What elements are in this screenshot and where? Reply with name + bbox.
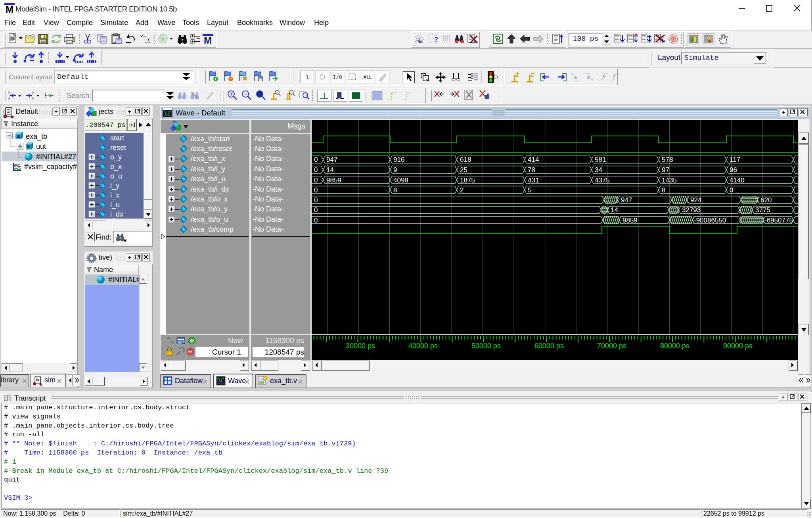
svg-text:414: 414 xyxy=(528,156,539,163)
svg-text:l: l xyxy=(306,75,309,81)
svg-text:78: 78 xyxy=(528,166,535,174)
svg-text:9: 9 xyxy=(393,166,397,174)
svg-text:620: 620 xyxy=(760,196,772,204)
svg-text:0: 0 xyxy=(314,206,318,214)
svg-text:ALL: ALL xyxy=(363,75,372,79)
svg-text:25: 25 xyxy=(460,166,467,174)
svg-text:0: 0 xyxy=(314,217,318,224)
svg-text:80000 ps: 80000 ps xyxy=(660,342,689,350)
svg-text:90000 ps: 90000 ps xyxy=(723,342,753,350)
svg-text:578: 578 xyxy=(662,156,673,163)
svg-text:8: 8 xyxy=(662,186,665,194)
svg-text:947: 947 xyxy=(621,196,632,204)
svg-text:34: 34 xyxy=(595,166,602,174)
svg-text:0: 0 xyxy=(730,186,733,194)
svg-text:4375: 4375 xyxy=(595,177,610,184)
svg-text:70000 ps: 70000 ps xyxy=(597,342,626,350)
svg-text:40000 ps: 40000 ps xyxy=(408,342,438,350)
svg-text:8: 8 xyxy=(393,186,397,194)
svg-text:916: 916 xyxy=(393,156,404,163)
svg-text:4140: 4140 xyxy=(730,177,745,184)
svg-text:50000 ps: 50000 ps xyxy=(471,342,501,350)
svg-text:1435: 1435 xyxy=(662,177,677,184)
svg-text:924: 924 xyxy=(690,196,701,204)
svg-text:M: M xyxy=(204,35,212,44)
svg-text:30000 ps: 30000 ps xyxy=(346,342,375,350)
svg-text:60000 ps: 60000 ps xyxy=(534,342,564,350)
svg-text:14: 14 xyxy=(326,166,334,174)
svg-text:618: 618 xyxy=(460,156,471,163)
svg-text:96: 96 xyxy=(730,166,737,174)
svg-text:0: 0 xyxy=(314,156,318,163)
svg-text:4098: 4098 xyxy=(393,177,408,184)
svg-text:5: 5 xyxy=(528,186,531,194)
svg-text:32793: 32793 xyxy=(682,206,701,214)
svg-text:1875: 1875 xyxy=(460,177,475,184)
svg-text:117: 117 xyxy=(730,156,740,163)
svg-text:581: 581 xyxy=(595,156,606,163)
svg-text:?: ? xyxy=(434,36,438,43)
svg-text:0: 0 xyxy=(314,177,318,184)
svg-text:9859: 9859 xyxy=(622,217,638,224)
svg-text:-6950775: -6950775 xyxy=(764,217,793,224)
svg-text:431: 431 xyxy=(528,177,539,184)
svg-text:I/O: I/O xyxy=(333,75,342,81)
svg-text:97: 97 xyxy=(662,166,669,174)
svg-text:2: 2 xyxy=(460,186,463,194)
svg-text:14: 14 xyxy=(611,206,618,214)
svg-text:-90086550: -90086550 xyxy=(694,217,726,224)
svg-text:947: 947 xyxy=(326,156,337,163)
svg-text:0: 0 xyxy=(314,166,318,174)
svg-text:3775: 3775 xyxy=(755,206,770,214)
svg-text:0: 0 xyxy=(314,186,318,194)
svg-text:9859: 9859 xyxy=(326,177,341,184)
svg-text:0: 0 xyxy=(314,196,318,204)
